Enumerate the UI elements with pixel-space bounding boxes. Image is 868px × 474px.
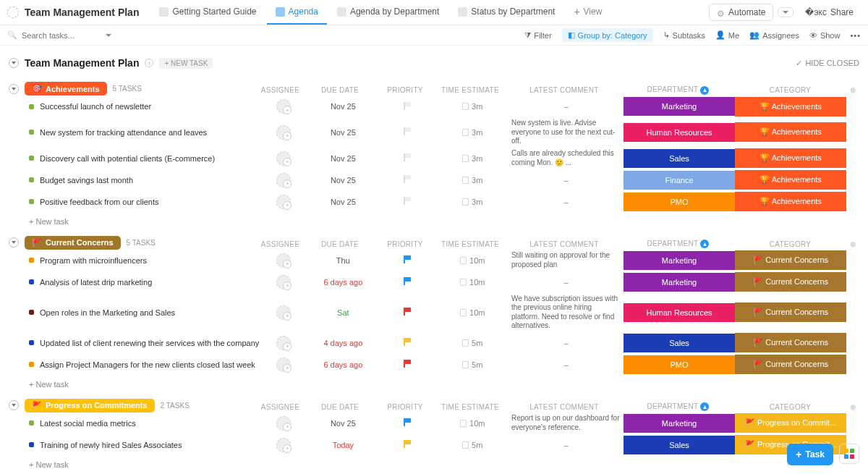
category-badge[interactable]: 🏆 Achievements	[735, 192, 846, 211]
department-badge[interactable]: Marketing	[624, 414, 735, 433]
col-category[interactable]: CATEGORY	[734, 240, 846, 248]
col-department[interactable]: DEPARTMENT▲	[622, 402, 734, 412]
department-badge[interactable]: Marketing	[624, 97, 735, 116]
group-pill[interactable]: 🚩 Progress on Commitments	[25, 399, 155, 412]
task-row[interactable]: Program with microinfluencers Thu 10m St…	[9, 250, 859, 271]
department-badge[interactable]: Sales	[624, 149, 735, 168]
category-badge[interactable]: 🚩 Current Concerns	[735, 302, 846, 322]
col-priority[interactable]: PRIORITY	[376, 403, 434, 411]
department-badge[interactable]: Human Resources	[624, 303, 735, 322]
department-badge[interactable]: Finance	[624, 171, 735, 190]
category-badge[interactable]: 🚩 Current Concerns	[735, 333, 846, 352]
department-badge[interactable]: Sales	[624, 334, 735, 352]
collapse-icon[interactable]	[9, 58, 19, 68]
filter-button[interactable]: ⧩Filter	[524, 30, 551, 40]
department-badge[interactable]: Marketing	[624, 273, 735, 292]
category-badge[interactable]: 🏆 Achievements	[735, 148, 846, 168]
assignee-empty[interactable]	[276, 305, 291, 320]
assignee-empty[interactable]	[276, 416, 291, 431]
due-date[interactable]: Sat	[307, 308, 379, 317]
category-badge[interactable]: 🚩 Current Concerns	[735, 272, 846, 292]
assignee-empty[interactable]	[276, 336, 291, 350]
assignee-empty[interactable]	[276, 125, 291, 140]
task-row[interactable]: Budget savings last month Nov 25 3m – Fi…	[9, 169, 859, 191]
priority-flag-icon[interactable]	[404, 440, 412, 448]
col-department[interactable]: DEPARTMENT▲	[622, 240, 734, 249]
col-assignee[interactable]: ASSIGNEE	[257, 403, 304, 411]
collapse-icon[interactable]	[9, 237, 19, 247]
task-row[interactable]: Latest social media metrics Nov 25 10m R…	[9, 412, 859, 434]
department-badge[interactable]: PMO	[624, 192, 735, 211]
department-badge[interactable]: Sales	[624, 436, 735, 454]
more-button[interactable]: •••	[850, 31, 861, 40]
category-badge[interactable]: 🚩 Current Concerns	[735, 355, 846, 374]
group-pill[interactable]: 🎯 Achievements	[25, 82, 107, 96]
add-view[interactable]: +View	[565, 0, 610, 25]
assignee-empty[interactable]	[276, 195, 291, 209]
priority-flag-icon[interactable]	[404, 308, 412, 316]
assignee-empty[interactable]	[276, 151, 291, 166]
new-task-row[interactable]: + New task	[9, 456, 859, 470]
category-badge[interactable]: 🏆 Achievements	[735, 122, 846, 142]
share-button[interactable]: �эксShare	[798, 4, 861, 20]
tab-status-department[interactable]: Status by Department	[449, 0, 563, 25]
due-date[interactable]: 4 days ago	[307, 339, 379, 347]
col-estimate[interactable]: TIME ESTIMATE	[434, 240, 506, 248]
new-task-row[interactable]: + New task	[9, 213, 859, 227]
task-row[interactable]: Successful launch of newsletter Nov 25 3…	[9, 96, 859, 117]
add-column[interactable]: ⊕	[846, 240, 859, 248]
due-date[interactable]: Nov 25	[307, 198, 379, 206]
automate-dropdown[interactable]	[778, 7, 793, 17]
chevron-down-icon[interactable]	[106, 34, 111, 37]
due-date[interactable]: Thu	[307, 256, 379, 265]
col-comment[interactable]: LATEST COMMENT	[506, 240, 622, 248]
col-category[interactable]: CATEGORY	[734, 86, 846, 94]
tab-getting-started[interactable]: Getting Started Guide	[150, 0, 265, 25]
col-estimate[interactable]: TIME ESTIMATE	[434, 403, 506, 411]
department-badge[interactable]: Marketing	[624, 251, 735, 270]
status-square[interactable]	[29, 420, 34, 426]
task-row[interactable]: Updated list of client renewing their se…	[9, 332, 859, 354]
status-square[interactable]	[29, 340, 34, 345]
group-pill[interactable]: 🚩 Current Concerns	[25, 236, 121, 250]
category-badge[interactable]: 🏆 Achievements	[735, 170, 846, 190]
status-square[interactable]	[29, 442, 34, 447]
assignee-empty[interactable]	[276, 357, 291, 372]
col-assignee[interactable]: ASSIGNEE	[257, 240, 304, 248]
col-estimate[interactable]: TIME ESTIMATE	[434, 86, 506, 94]
status-square[interactable]	[29, 104, 34, 109]
add-column[interactable]: ⊕	[846, 86, 859, 94]
new-task-button[interactable]: + NEW TASK	[159, 58, 213, 69]
due-date[interactable]: Today	[307, 441, 379, 449]
show-button[interactable]: 👁Show	[809, 31, 841, 40]
info-icon[interactable]: i	[145, 59, 153, 67]
due-date[interactable]: Nov 25	[307, 176, 379, 185]
tab-agenda[interactable]: Agenda	[267, 0, 327, 25]
status-square[interactable]	[29, 310, 34, 315]
status-square[interactable]	[29, 279, 34, 284]
col-due[interactable]: DUE DATE	[304, 86, 376, 94]
status-square[interactable]	[29, 199, 34, 204]
status-square[interactable]	[29, 156, 34, 161]
due-date[interactable]: Nov 25	[307, 419, 379, 428]
task-row[interactable]: Training of newly hired Sales Associates…	[9, 434, 859, 456]
due-date[interactable]: 6 days ago	[307, 360, 379, 369]
priority-flag-icon[interactable]	[404, 153, 412, 161]
col-comment[interactable]: LATEST COMMENT	[506, 86, 622, 94]
priority-flag-icon[interactable]	[404, 277, 412, 285]
col-comment[interactable]: LATEST COMMENT	[506, 403, 622, 411]
priority-flag-icon[interactable]	[404, 338, 412, 346]
fab-new-task[interactable]: +Task	[787, 444, 833, 465]
priority-flag-icon[interactable]	[404, 127, 412, 135]
automate-button[interactable]: ⚙Automate	[709, 4, 773, 21]
col-assignee[interactable]: ASSIGNEE	[257, 86, 304, 94]
task-row[interactable]: Analysis of latest drip marketing 6 days…	[9, 271, 859, 293]
new-task-row[interactable]: + New task	[9, 376, 859, 390]
assignee-empty[interactable]	[276, 99, 291, 114]
task-row[interactable]: New system for tracking attendance and l…	[9, 117, 859, 148]
search-box[interactable]: 🔍	[7, 30, 123, 40]
due-date[interactable]: Nov 25	[307, 154, 379, 163]
col-due[interactable]: DUE DATE	[304, 403, 376, 411]
task-row[interactable]: Open roles in the Marketing and Sales Sa…	[9, 293, 859, 332]
search-input[interactable]	[22, 31, 101, 40]
